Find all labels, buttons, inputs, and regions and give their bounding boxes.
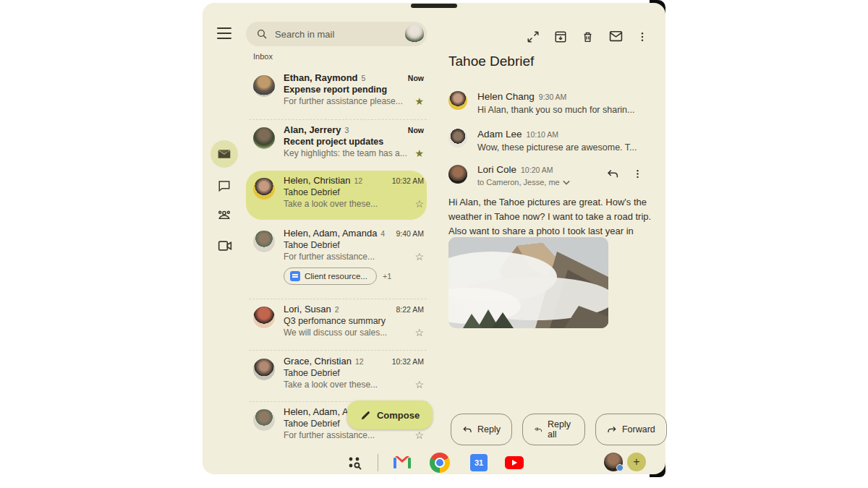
photo-attachment[interactable] [448,237,608,328]
expand-icon[interactable] [527,30,541,45]
avatar[interactable] [253,75,275,97]
email-count: 5 [362,74,408,82]
email-subject: Tahoe Debrief [284,240,424,250]
reply-icon [462,425,472,434]
email-subject: Expense report pending [284,85,424,95]
attachment-name: Client resource... [305,272,367,281]
avatar[interactable] [253,127,275,149]
pencil-icon [360,410,371,421]
email-snippet: For further assistance... [284,430,414,440]
conversation-actions: Reply Reply all Forward [451,414,667,445]
avatar[interactable] [448,91,467,110]
page: Search in mail Inbox 2 Ethan [0,0,868,488]
email-snippet: For further assistance... [284,252,414,262]
avatar[interactable] [253,409,275,431]
avatar[interactable] [253,307,275,328]
star-icon[interactable]: ★ [414,148,424,158]
email-sender: Helen, Adam, A [284,406,349,417]
account-avatar[interactable] [405,25,424,43]
star-icon[interactable]: ☆ [414,430,424,440]
star-icon[interactable]: ☆ [414,199,424,209]
email-sender: Ethan, Raymond [284,72,358,83]
menu-icon[interactable] [217,27,231,39]
more-options-icon[interactable] [637,30,651,45]
avatar[interactable] [448,165,467,184]
email-time: 8:22 AM [396,305,424,314]
taskbar: 31 + [203,451,665,474]
email-time: 10:32 AM [392,357,424,366]
camera-handle-bar [411,4,457,8]
reply-label: Reply [477,424,501,435]
mark-unread-icon[interactable] [609,30,624,45]
youtube-app-icon[interactable] [505,456,524,469]
email-row-grace[interactable]: Grace, Christian 12 10:32 AM Tahoe Debri… [246,354,427,399]
device-screen: Search in mail Inbox 2 Ethan [203,3,665,474]
email-sender: Helen, Christian [284,175,351,186]
message-snippet: Hi Alan, thank you so much for sharin... [477,105,634,115]
yosemite-photo [448,237,608,328]
reply-all-icon [534,425,542,434]
chat-tab-icon[interactable] [218,179,232,194]
conversation-toolbar [527,30,651,45]
forward-icon [607,425,617,434]
app-search-icon[interactable] [346,454,363,471]
email-subject: Tahoe Debrief [284,187,424,197]
message-collapsed[interactable]: Helen Chang9:30 AM Hi Alan, thank you so… [477,90,634,115]
message-time: 10:20 AM [521,166,553,174]
avatar[interactable] [448,129,467,147]
message-sender: Lori Cole [477,164,516,175]
email-snippet: Take a look over these... [284,199,414,209]
email-count: 2 [335,305,396,314]
forward-button[interactable]: Forward [595,414,667,445]
star-icon[interactable]: ★ [414,96,424,106]
attachment-extra-count[interactable]: +1 [383,272,392,281]
email-time: 9:40 AM [396,229,424,238]
email-row-alan[interactable]: Alan, Jerrery 3 Now Recent project updat… [246,123,427,168]
message-expanded-header[interactable]: Lori Cole10:20 AM to Cameron, Jesse, me [477,163,570,187]
delete-icon[interactable] [582,30,596,45]
star-icon[interactable]: ☆ [414,252,424,262]
email-sender: Helen, Adam, Amanda [284,228,377,239]
message-recipients[interactable]: to Cameron, Jesse, me [477,178,570,187]
email-count: 12 [354,176,392,185]
docs-file-icon [290,271,300,281]
email-row-helen-christian-selected[interactable]: Helen, Christian 12 10:32 AM Tahoe Debri… [246,174,427,218]
message-actions [606,168,647,182]
email-row-lori-susan[interactable]: Lori, Susan 2 8:22 AM Q3 perfomance summ… [246,302,427,347]
message-time: 9:30 AM [539,93,567,101]
message-collapsed[interactable]: Adam Lee10:10 AM Wow, these picturese ar… [477,127,637,153]
compose-button[interactable]: Compose [347,401,433,429]
reply-all-button[interactable]: Reply all [522,414,585,445]
star-icon[interactable]: ☆ [414,380,424,390]
email-row-ethan[interactable]: Ethan, Raymond 5 Now Expense report pend… [246,71,427,116]
email-row-helen-adam-amanda[interactable]: Helen, Adam, Amanda 4 9:40 AM Tahoe Debr… [246,226,427,271]
taskbar-avatar[interactable] [604,453,623,471]
email-snippet: For further assistance please... [284,96,414,106]
archive-icon[interactable] [554,30,569,45]
calendar-app-icon[interactable]: 31 [470,454,488,471]
email-time: 10:32 AM [392,176,424,185]
star-icon[interactable]: ☆ [414,328,424,338]
reply-all-label: Reply all [548,419,574,440]
avatar[interactable] [253,231,275,252]
gmail-app-icon[interactable] [393,455,411,469]
mail-tab-icon[interactable]: 2 [217,147,231,161]
more-options-icon[interactable] [632,168,647,182]
email-snippet: We will discuss our sales... [284,328,414,338]
attachment-row: Client resource... +1 [284,267,391,285]
avatar[interactable] [253,178,275,200]
add-button[interactable]: + [627,453,646,471]
email-subject: Recent project updates [284,137,424,147]
reply-button[interactable]: Reply [451,414,512,445]
mail-badge: 2 [225,149,229,156]
list-divider [249,350,427,351]
attachment-chip[interactable]: Client resource... [284,267,377,285]
chrome-app-icon[interactable] [430,453,450,473]
search-input[interactable]: Search in mail [246,22,427,46]
spaces-tab-icon[interactable] [216,208,231,223]
chevron-down-icon [563,180,570,185]
meet-tab-icon[interactable] [218,240,232,254]
conversation-title: Tahoe Debrief [448,53,534,69]
avatar[interactable] [253,359,275,380]
reply-icon[interactable] [606,168,621,182]
